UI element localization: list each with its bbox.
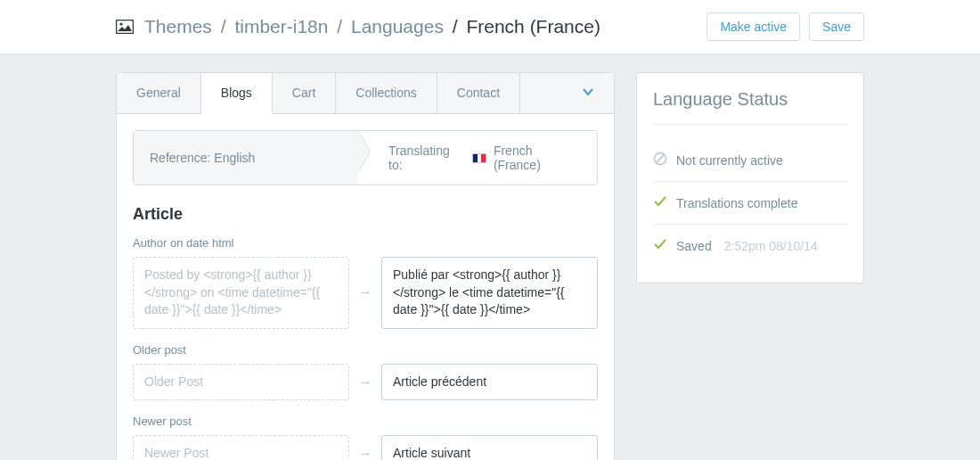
- field-label: Newer post: [133, 415, 598, 428]
- top-bar: Themes / timber-i18n / Languages / Frenc…: [0, 0, 980, 54]
- arrow-right-icon: →: [358, 446, 372, 460]
- check-icon: [653, 237, 667, 254]
- tab-general[interactable]: General: [117, 73, 201, 113]
- translation-input[interactable]: [381, 257, 598, 329]
- field-label: Older post: [133, 343, 598, 357]
- section-title: Article: [133, 205, 598, 224]
- reference-text: Posted by <strong>{{ author }}</strong> …: [133, 257, 349, 329]
- target-language-name: French (France): [494, 144, 581, 172]
- page: General Blogs Cart Collections Contact R…: [0, 54, 980, 460]
- sidebar-title: Language Status: [653, 89, 847, 125]
- tab-contact[interactable]: Contact: [437, 73, 520, 113]
- breadcrumb-sep: /: [221, 16, 226, 37]
- breadcrumb-languages[interactable]: Languages: [351, 16, 444, 37]
- translation-pair: Older Post →: [133, 364, 598, 401]
- breadcrumb: Themes / timber-i18n / Languages / Frenc…: [144, 16, 600, 37]
- top-actions: Make active Save: [706, 12, 864, 41]
- reference-language-cell: Reference: English: [134, 131, 358, 185]
- saved-timestamp: 2:52pm 08/10/14: [724, 239, 818, 253]
- image-icon: [116, 20, 134, 34]
- svg-point-1: [119, 22, 122, 25]
- translation-pair: Posted by <strong>{{ author }}</strong> …: [133, 257, 598, 329]
- target-language-cell: Translating to: French (France): [358, 131, 597, 185]
- flag-france-icon: [472, 153, 486, 163]
- main-column: General Blogs Cart Collections Contact R…: [116, 72, 615, 460]
- breadcrumb-sep: /: [337, 16, 342, 37]
- breadcrumb-sep: /: [453, 16, 458, 37]
- arrow-right-icon: →: [358, 284, 372, 300]
- check-icon: [653, 194, 667, 211]
- breadcrumb-wrap: Themes / timber-i18n / Languages / Frenc…: [116, 16, 600, 37]
- svg-rect-0: [117, 21, 134, 34]
- reference-text: Older Post: [133, 364, 349, 401]
- tabs: General Blogs Cart Collections Contact: [117, 73, 614, 114]
- make-active-button[interactable]: Make active: [706, 12, 800, 41]
- tab-blogs[interactable]: Blogs: [201, 73, 273, 114]
- status-text: Not currently active: [676, 153, 783, 168]
- status-text: Saved: [676, 239, 712, 253]
- translation-input[interactable]: [381, 364, 598, 401]
- reference-text: Newer Post: [133, 435, 349, 460]
- status-text: Translations complete: [676, 196, 797, 210]
- arrow-right-icon: →: [358, 374, 372, 390]
- svg-line-3: [657, 155, 665, 163]
- field-label: Author on date html: [133, 236, 598, 250]
- breadcrumb-current: French (France): [466, 16, 600, 37]
- translating-to-label: Translating to:: [388, 144, 465, 172]
- tab-more[interactable]: [562, 73, 614, 113]
- breadcrumb-themes[interactable]: Themes: [144, 16, 212, 37]
- reference-language-label: Reference: English: [150, 151, 255, 165]
- status-saved: Saved 2:52pm 08/10/14: [653, 225, 847, 267]
- prohibited-icon: [653, 152, 667, 168]
- tab-collections[interactable]: Collections: [336, 73, 437, 113]
- tab-cart[interactable]: Cart: [273, 73, 336, 113]
- chevron-down-icon: [582, 86, 594, 101]
- field-set: Author on date html Posted by <strong>{{…: [117, 224, 614, 460]
- translation-pair: Newer Post →: [133, 435, 598, 460]
- translation-input[interactable]: [381, 435, 598, 460]
- breadcrumb-theme[interactable]: timber-i18n: [234, 16, 328, 37]
- language-bar: Reference: English Translating to: Frenc…: [133, 130, 598, 185]
- sidebar: Language Status Not currently active Tra…: [636, 72, 864, 283]
- status-not-active: Not currently active: [653, 139, 847, 182]
- save-button[interactable]: Save: [809, 12, 864, 41]
- status-complete: Translations complete: [653, 182, 847, 225]
